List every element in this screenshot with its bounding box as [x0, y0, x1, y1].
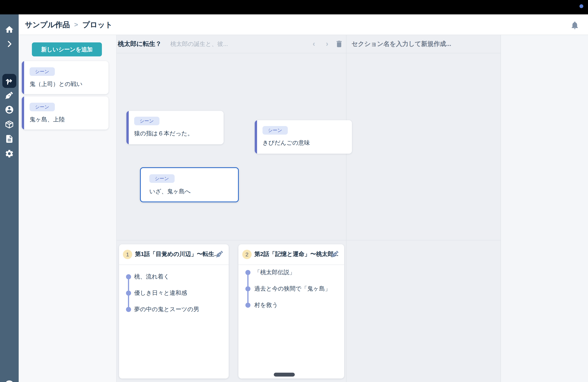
beat-dot	[126, 290, 131, 296]
card-accent-bar	[22, 96, 24, 129]
episode-number-badge: 1	[123, 250, 132, 259]
card-accent-bar	[126, 111, 129, 144]
notifications-button[interactable]	[570, 21, 579, 30]
beat-dot	[245, 270, 250, 275]
episode-header: 1 第1話「目覚めの川辺」〜転生...	[119, 244, 229, 265]
plot-workspace: 桃太郎に転生？ 桃太郎の誕生と、彼... ‹ › セクション名を入力して新規作成…	[117, 35, 588, 382]
beat-dot	[245, 286, 250, 291]
scene-title: 鬼ヶ島、上陸	[30, 116, 65, 123]
beat-dot	[126, 274, 131, 279]
breadcrumb-page: プロット	[82, 20, 113, 30]
app-header: サンプル作品 > プロット	[19, 14, 588, 35]
scene-badge: シーン	[149, 174, 174, 183]
new-section-name-input[interactable]: セクション名を入力して新規作成...	[352, 35, 451, 53]
scene-badge: シーン	[262, 126, 288, 135]
fountain-pen-icon	[5, 91, 14, 100]
beat-item[interactable]: 村を救う	[254, 301, 278, 309]
beat-item[interactable]: 過去と今の狭間で「鬼ヶ島」	[254, 285, 331, 293]
sidebar-item-documents[interactable]	[5, 134, 14, 144]
status-dot	[579, 4, 583, 8]
app-root: サンプル作品 > プロット	[0, 0, 588, 382]
episode-card[interactable]: 2 第2話「記憶と運命」〜桃太郎... 「桃太郎伝説」 過去と今の狭間で「鬼ヶ島…	[238, 244, 344, 379]
canvas-scene-card[interactable]: シーン 猿の指は６本だった。	[126, 111, 224, 144]
breadcrumb: サンプル作品 > プロット	[25, 14, 113, 35]
canvas-scene-card[interactable]: シーン きびだんごの意味	[255, 120, 352, 154]
home-icon	[5, 25, 14, 34]
sidebar-item-write[interactable]	[5, 91, 14, 100]
scene-title: 猿の指は６本だった。	[134, 130, 193, 137]
chat-icon	[5, 379, 14, 382]
sidebar-item-home[interactable]	[5, 25, 14, 34]
canvas-scene-card-selected[interactable]: シーン いざ、鬼ヶ島へ	[140, 167, 239, 202]
collapse-chevron-icon	[5, 39, 14, 49]
scene-list-panel: 新しいシーンを追加 シーン 鬼（上司）との戦い シーン 鬼ヶ島、上陸	[19, 35, 117, 382]
document-icon	[5, 134, 14, 144]
bell-icon	[570, 21, 579, 30]
edit-episode-button[interactable]	[331, 250, 339, 258]
sidebar-nav	[0, 14, 19, 382]
section-subtitle-input[interactable]: 桃太郎の誕生と、彼...	[170, 35, 228, 53]
episode-title[interactable]: 第1話「目覚めの川辺」〜転生...	[135, 251, 219, 258]
fountain-pen-icon	[331, 250, 339, 258]
fountain-pen-icon	[215, 250, 224, 258]
episode-header: 2 第2話「記憶と運命」〜桃太郎...	[238, 244, 344, 265]
beat-item[interactable]: 「桃太郎伝説」	[254, 269, 295, 276]
episode-title[interactable]: 第2話「記憶と運命」〜桃太郎...	[254, 251, 338, 258]
scene-badge: シーン	[30, 103, 55, 111]
profile-icon	[5, 105, 14, 114]
beat-item[interactable]: 優しき日々と違和感	[134, 289, 187, 297]
add-scene-button[interactable]: 新しいシーンを追加	[32, 42, 102, 56]
trash-icon	[335, 40, 343, 48]
breadcrumb-project[interactable]: サンプル作品	[25, 20, 70, 30]
section-divider	[501, 35, 501, 382]
card-accent-bar	[22, 61, 24, 94]
next-section-button[interactable]: ›	[323, 40, 331, 48]
scene-title: きびだんごの意味	[262, 139, 310, 147]
section-title-input[interactable]: 桃太郎に転生？	[118, 35, 162, 53]
prev-section-button[interactable]: ‹	[310, 40, 318, 48]
divider	[117, 53, 501, 53]
system-top-bar	[0, 0, 588, 14]
scene-badge: シーン	[30, 67, 55, 76]
cube-icon	[5, 120, 14, 129]
beat-dot	[245, 302, 250, 308]
scene-badge: シーン	[134, 117, 159, 126]
scene-list-item[interactable]: シーン 鬼ヶ島、上陸	[22, 96, 108, 129]
breadcrumb-separator: >	[74, 21, 78, 29]
plot-branch-icon	[5, 76, 14, 85]
sidebar-item-characters[interactable]	[5, 105, 14, 114]
delete-section-button[interactable]	[335, 40, 343, 48]
scene-list-item[interactable]: シーン 鬼（上司）との戦い	[22, 61, 108, 94]
gear-icon	[5, 149, 14, 158]
sidebar-item-support-chat[interactable]	[5, 379, 14, 382]
card-accent-bar	[255, 120, 257, 154]
beat-item[interactable]: 桃、流れ着く	[134, 273, 169, 280]
divider	[117, 240, 501, 240]
episode-number-badge: 2	[242, 250, 252, 259]
episode-card[interactable]: 1 第1話「目覚めの川辺」〜転生... 桃、流れ着く 優しき日々と違和感 夢の中…	[119, 244, 229, 379]
sidebar-item-plot[interactable]	[2, 74, 16, 88]
scene-title: 鬼（上司）との戦い	[30, 81, 83, 88]
empty-area	[501, 35, 588, 382]
beat-dot	[126, 307, 131, 312]
beat-item[interactable]: 夢の中の鬼とスーツの男	[134, 306, 199, 313]
edit-episode-button[interactable]	[215, 250, 224, 258]
section-divider	[346, 35, 346, 382]
scene-title: いざ、鬼ヶ島へ	[149, 188, 191, 195]
sidebar-item-collapse[interactable]	[5, 39, 14, 49]
sidebar-item-settings[interactable]	[5, 149, 14, 158]
scroll-handle[interactable]	[274, 373, 295, 377]
sidebar-item-worldbuilding[interactable]	[5, 120, 14, 129]
